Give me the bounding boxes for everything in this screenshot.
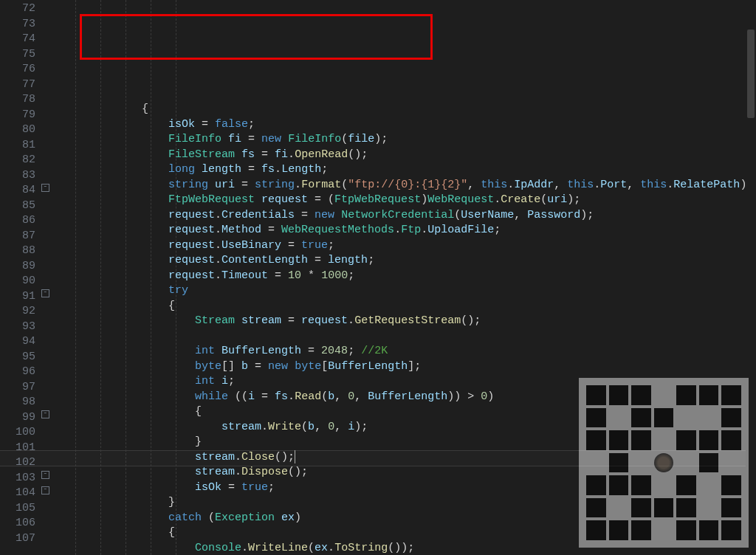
token-pun: ) bbox=[295, 511, 301, 524]
code-line[interactable]: request.UseBinary = true; bbox=[62, 238, 756, 254]
token-kw: catch bbox=[168, 511, 202, 524]
token-num: 1000 bbox=[321, 269, 348, 282]
line-number: 96 bbox=[0, 365, 41, 380]
token-pun: (); bbox=[461, 314, 481, 327]
token-pun: ; bbox=[328, 239, 334, 252]
token-var: request bbox=[261, 193, 308, 206]
token-num: 0 bbox=[481, 390, 487, 403]
token-pun: . bbox=[394, 224, 401, 236]
token-var: stream bbox=[195, 451, 235, 463]
token-var: request bbox=[301, 314, 348, 327]
code-line[interactable]: FileStream fs = fi.OpenRead(); bbox=[62, 148, 756, 163]
token-pun: ; bbox=[248, 118, 255, 131]
token-pun: . bbox=[215, 269, 221, 282]
text-cursor bbox=[295, 450, 295, 463]
token-mth: WriteLine bbox=[248, 542, 308, 554]
line-number: 86 bbox=[0, 213, 41, 229]
line-number: 78 bbox=[0, 92, 41, 108]
token-pun: (); bbox=[288, 466, 308, 478]
code-line[interactable]: isOk = false; bbox=[62, 117, 756, 133]
token-pun: . bbox=[421, 224, 427, 236]
line-number: 107 bbox=[0, 531, 41, 547]
token-kw: true bbox=[301, 239, 328, 252]
token-pun: ; bbox=[368, 254, 374, 266]
token-var: IpAddr bbox=[514, 179, 554, 191]
line-number: 105 bbox=[0, 501, 41, 517]
token-pun: ()); bbox=[388, 542, 414, 554]
token-kw: string bbox=[255, 179, 295, 191]
token-mth: Write bbox=[268, 421, 301, 433]
fold-column[interactable] bbox=[41, 0, 62, 555]
code-line[interactable]: { bbox=[62, 299, 756, 314]
scroll-thumb[interactable] bbox=[747, 30, 755, 118]
token-kw: int bbox=[195, 375, 215, 387]
line-number: 89 bbox=[0, 259, 41, 275]
token-var: fi bbox=[275, 148, 288, 161]
token-op bbox=[208, 179, 215, 191]
code-line[interactable]: request.Method = WebRequestMethods.Ftp.U… bbox=[62, 223, 756, 238]
code-line[interactable]: int BufferLength = 2048; //2K bbox=[62, 344, 756, 359]
token-op: = bbox=[295, 209, 315, 221]
token-kw: while bbox=[195, 390, 228, 403]
code-line[interactable]: byte[] b = new byte[BufferLength]; bbox=[62, 359, 756, 375]
code-line[interactable]: FtpWebRequest request = (FtpWebRequest)W… bbox=[62, 193, 756, 208]
token-var: request bbox=[168, 239, 215, 252]
token-pun: ); bbox=[580, 209, 594, 221]
code-line[interactable]: long length = fs.Length; bbox=[62, 162, 756, 178]
token-kw: new bbox=[315, 209, 334, 221]
code-line[interactable]: request.ContentLength = length; bbox=[62, 253, 756, 269]
fold-toggle-icon[interactable] bbox=[41, 184, 49, 192]
code-line[interactable]: request.Credentials = new NetworkCredent… bbox=[62, 208, 756, 224]
token-pun: . bbox=[215, 209, 221, 221]
code-line[interactable]: try bbox=[62, 283, 756, 299]
line-number: 83 bbox=[0, 168, 41, 184]
line-number: 100 bbox=[0, 425, 41, 441]
token-kw: new bbox=[261, 133, 281, 145]
token-op bbox=[215, 375, 221, 387]
code-line[interactable]: Stream stream = request.GetRequestStream… bbox=[62, 314, 756, 329]
token-pun: . bbox=[667, 179, 673, 191]
token-pun: . bbox=[594, 179, 600, 191]
line-number: 103 bbox=[0, 471, 41, 486]
token-pun: . bbox=[215, 224, 221, 236]
token-op: = bbox=[195, 118, 215, 131]
token-pun: ; bbox=[494, 224, 501, 236]
token-pun: , bbox=[467, 179, 481, 191]
fold-toggle-icon[interactable] bbox=[41, 410, 49, 418]
line-number-gutter: 7273747576777879808182838485868788899091… bbox=[0, 0, 41, 555]
token-var: b bbox=[241, 360, 248, 373]
token-var: fi bbox=[228, 133, 241, 145]
token-kw: int bbox=[195, 345, 215, 357]
token-kw: this bbox=[567, 179, 594, 191]
token-pun: . bbox=[235, 466, 241, 478]
fold-toggle-icon[interactable] bbox=[41, 289, 49, 297]
token-pun: , bbox=[315, 421, 328, 433]
line-number: 85 bbox=[0, 199, 41, 214]
code-line[interactable]: request.Timeout = 10 * 1000; bbox=[62, 269, 756, 284]
fold-toggle-icon[interactable] bbox=[41, 486, 49, 494]
token-var: i bbox=[348, 421, 354, 433]
token-op: = bbox=[235, 179, 255, 191]
code-line[interactable]: string uri = string.Format("ftp://{0}:{1… bbox=[62, 178, 756, 193]
token-op bbox=[275, 511, 281, 524]
code-line[interactable] bbox=[62, 329, 756, 345]
token-op: = bbox=[268, 269, 288, 282]
token-op bbox=[195, 163, 202, 176]
token-op bbox=[255, 193, 261, 206]
token-pun: (); bbox=[348, 148, 368, 161]
token-op bbox=[334, 209, 341, 221]
token-pun: ( bbox=[341, 179, 348, 191]
line-number: 88 bbox=[0, 244, 41, 259]
token-op: = bbox=[241, 163, 261, 176]
token-ty: FileInfo bbox=[168, 133, 221, 145]
code-line[interactable]: FileInfo fi = new FileInfo(file); bbox=[62, 132, 756, 148]
fold-toggle-icon[interactable] bbox=[41, 471, 49, 479]
token-pun: . bbox=[494, 193, 501, 206]
token-op: = bbox=[281, 314, 301, 327]
token-pun: . bbox=[348, 314, 354, 327]
token-var: UserName bbox=[461, 209, 514, 221]
token-var: Timeout bbox=[221, 269, 268, 282]
code-editor[interactable]: 7273747576777879808182838485868788899091… bbox=[0, 0, 756, 555]
code-line[interactable]: { bbox=[62, 102, 756, 117]
token-kw: try bbox=[168, 284, 188, 297]
